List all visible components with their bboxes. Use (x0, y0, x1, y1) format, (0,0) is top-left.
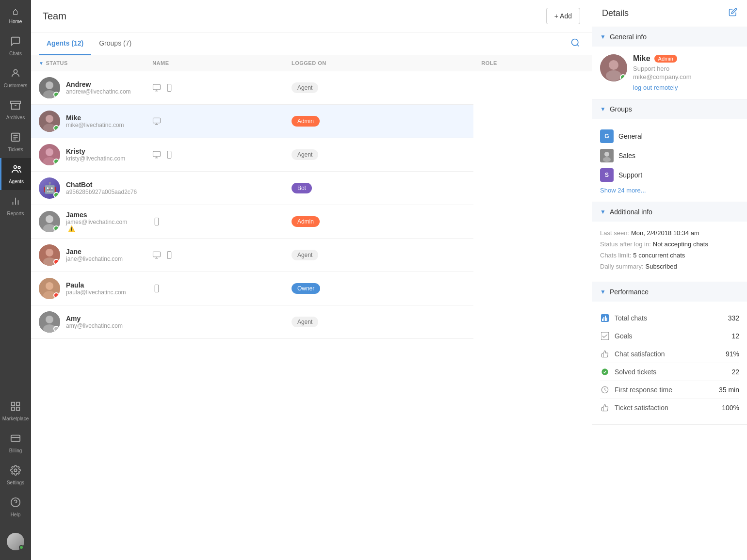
show-more-button[interactable]: Show 24 more... (600, 187, 739, 194)
tab-agents[interactable]: Agents (12) (39, 32, 91, 55)
agent-role-kristy: Agent (284, 138, 473, 172)
table-row[interactable]: Mike mike@livechatinc.com Admin (31, 105, 592, 138)
profile-email: mike@company.com (633, 73, 739, 80)
sidebar-item-help[interactable]: Help (0, 491, 31, 523)
page-title: Team (43, 11, 66, 22)
status-dot-jane (53, 259, 59, 265)
sidebar-label-help: Help (11, 512, 21, 517)
perf-label-first-response: First response time (615, 386, 714, 394)
sidebar-item-agents[interactable]: Agents (0, 158, 31, 190)
agent-name-andrew: Andrew (66, 80, 131, 88)
logout-link[interactable]: log out remotely (633, 84, 678, 91)
sidebar-label-chats: Chats (9, 51, 22, 56)
settings-icon (10, 465, 21, 478)
sidebar-item-reports[interactable]: Reports (0, 190, 31, 222)
current-user-avatar-container[interactable] (0, 523, 31, 560)
sidebar-item-marketplace[interactable]: Marketplace (0, 395, 31, 427)
edit-icon[interactable] (729, 8, 737, 19)
customers-icon (10, 68, 21, 81)
col-header-status[interactable]: ▼ STATUS (31, 55, 145, 71)
groups-label: Groups (610, 105, 632, 113)
svg-rect-40 (153, 151, 161, 157)
svg-rect-15 (16, 407, 19, 410)
table-row[interactable]: Jane jane@livechatinc.com Agent (31, 239, 592, 272)
sidebar-label-settings: Settings (7, 480, 24, 485)
col-header-role: ROLE (473, 55, 592, 71)
agent-devices-jane (145, 239, 284, 272)
sidebar-item-settings[interactable]: Settings (0, 459, 31, 491)
svg-rect-43 (167, 151, 171, 159)
perf-value-total-chats: 332 (728, 314, 739, 322)
profile-avatar (600, 54, 627, 81)
svg-point-18 (14, 469, 17, 472)
agent-email-mike: mike@livechatinc.com (66, 122, 124, 128)
additional-info-header[interactable]: ▼ Additional info (592, 202, 747, 222)
tab-groups-label: Groups (7) (99, 39, 131, 47)
profile-title: Support hero (633, 65, 739, 72)
group-name-sales: Sales (618, 152, 635, 160)
sidebar-item-tickets[interactable]: Tickets (0, 126, 31, 158)
agent-devices-mike (145, 105, 284, 138)
agent-avatar-cell: Paula paula@livechatinc.com (31, 272, 145, 305)
performance-header[interactable]: ▼ Performance (592, 282, 747, 302)
svg-rect-53 (153, 252, 161, 257)
agent-role-amy: Agent (284, 305, 473, 339)
total-chats-icon (600, 313, 610, 323)
ticket-satisfaction-icon (600, 403, 610, 413)
general-info-chevron: ▼ (600, 33, 606, 40)
search-button[interactable] (567, 34, 584, 54)
agent-role-paula: Owner (284, 272, 473, 305)
agent-role-andrew: Agent (284, 71, 473, 105)
performance-section: ▼ Performance Total chats 332 Goals 12 (592, 282, 747, 425)
agent-devices-amy (145, 305, 284, 339)
svg-point-38 (46, 148, 53, 156)
sidebar-item-chats[interactable]: Chats (0, 30, 31, 62)
table-row[interactable]: Andrew andrew@livechatinc.com Agent (31, 71, 592, 105)
agent-name-chatbot: ChatBot (66, 181, 137, 189)
tab-groups[interactable]: Groups (7) (91, 32, 139, 55)
info-label-daily-summary: Daily summary: (600, 263, 644, 270)
reports-icon (10, 196, 21, 209)
add-button[interactable]: + Add (546, 8, 580, 24)
agent-role-jane: Agent (284, 239, 473, 272)
help-icon (10, 497, 21, 510)
current-user-status-dot (19, 545, 24, 550)
table-row[interactable]: Paula paula@livechatinc.com Owner (31, 272, 592, 305)
svg-rect-14 (12, 407, 15, 410)
table-row[interactable]: James james@livechatinc.com ⚠️ Admin (31, 205, 592, 239)
agent-name-amy: Amy (66, 315, 123, 322)
table-row[interactable]: Kristy kristy@livechatinc.com Agent (31, 138, 592, 172)
sidebar-item-archives[interactable]: Archives (0, 94, 31, 126)
svg-rect-13 (16, 402, 19, 405)
sidebar-item-billing[interactable]: Billing (0, 427, 31, 459)
svg-point-24 (46, 81, 53, 89)
agent-avatar-cell: Amy amy@livechatinc.com (31, 305, 145, 339)
additional-info-section: ▼ Additional info Last seen: Mon, 2/4/20… (592, 202, 747, 282)
sidebar-item-customers[interactable]: Customers (0, 62, 31, 94)
agent-email-jane: jane@livechatinc.com (66, 256, 123, 262)
table-row[interactable]: Amy amy@livechatinc.com Agent (31, 305, 592, 339)
groups-section: ▼ Groups G General Sales S Support Show … (592, 99, 747, 202)
profile-info: Mike Admin Support hero mike@company.com… (633, 54, 739, 91)
sidebar-label-home: Home (9, 19, 22, 24)
sidebar-label-tickets: Tickets (8, 147, 23, 152)
marketplace-icon (10, 401, 21, 414)
status-dot-andrew (53, 92, 59, 97)
general-info-content: Mike Admin Support hero mike@company.com… (592, 47, 747, 99)
group-icon-sales (600, 149, 614, 162)
svg-rect-73 (602, 319, 603, 321)
agent-avatar-james (39, 211, 60, 232)
info-value-chats-limit: 5 concurrent chats (633, 252, 685, 259)
table-row[interactable]: 🤖 ChatBot a956285b927a005aad2c76 Bot (31, 172, 592, 205)
perf-row-first-response: First response time 35 min (600, 381, 739, 399)
perf-value-solved-tickets: 22 (731, 368, 739, 376)
info-value-status-after: Not accepting chats (653, 240, 708, 248)
sidebar-label-agents: Agents (9, 179, 24, 184)
svg-point-64 (46, 316, 53, 323)
agents-table-container: ▼ STATUS NAME LOGGED ON ROLE (31, 55, 592, 560)
agent-name-jane: Jane (66, 248, 123, 256)
sidebar-item-home[interactable]: ⌂ Home (0, 0, 31, 30)
groups-header[interactable]: ▼ Groups (592, 99, 747, 119)
general-info-header[interactable]: ▼ General info (592, 27, 747, 47)
agent-devices-james (145, 205, 284, 239)
